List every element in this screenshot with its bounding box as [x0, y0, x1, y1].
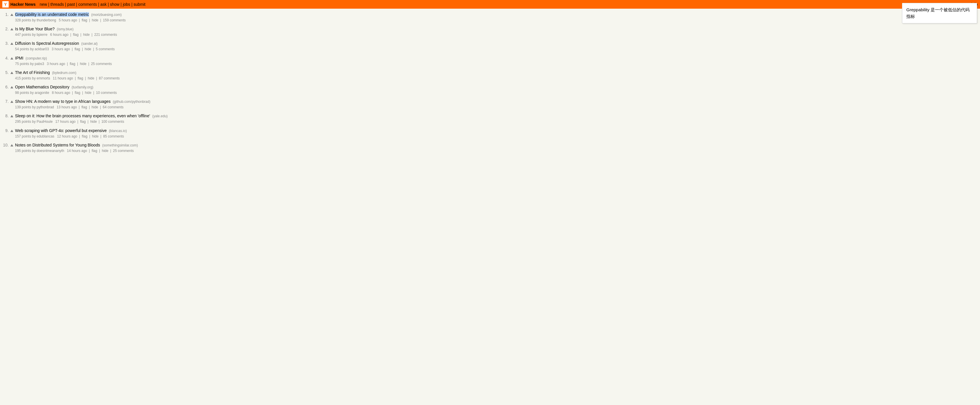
upvote-arrow[interactable]: [10, 130, 13, 132]
story-flag-link[interactable]: flag: [78, 76, 83, 80]
story-title-link[interactable]: Greppability is an underrated code metri…: [15, 12, 89, 17]
upvote-arrow[interactable]: [10, 14, 13, 16]
story-vote[interactable]: [10, 142, 15, 147]
nav-jobs[interactable]: jobs: [123, 2, 130, 6]
story-meta: 415 points by emmorts 11 hours ago | fla…: [15, 76, 980, 83]
story-domain: (bytedrum.com): [52, 71, 76, 75]
story-flag-link[interactable]: flag: [80, 119, 86, 124]
nav-new[interactable]: new: [40, 2, 47, 6]
nav-ask[interactable]: ask: [100, 2, 107, 6]
story-list: 1. Greppability is an underrated code me…: [0, 11, 980, 156]
story-domain: (ismy.blue): [57, 27, 74, 31]
story-flag-link[interactable]: flag: [82, 18, 87, 22]
story-vote[interactable]: [10, 11, 15, 17]
story-hide-link[interactable]: hide: [80, 62, 86, 66]
story-flag-link[interactable]: flag: [73, 33, 79, 37]
story-comments-link[interactable]: 5 comments: [96, 47, 115, 51]
story-vote[interactable]: [10, 84, 15, 89]
story-flag-link[interactable]: flag: [82, 134, 87, 138]
story-comments-link[interactable]: 100 comments: [102, 119, 124, 124]
story-vote[interactable]: [10, 55, 15, 60]
story-vote[interactable]: [10, 128, 15, 133]
story-title-line: Show HN: A modern way to type in African…: [15, 98, 980, 105]
story-vote[interactable]: [10, 26, 15, 31]
story-author-link[interactable]: emmorts: [37, 76, 50, 80]
story-author-link[interactable]: PaulHoule: [37, 119, 52, 124]
story-hide-link[interactable]: hide: [85, 91, 92, 95]
story-number: 4.: [0, 55, 10, 60]
story-title-link[interactable]: Is My Blue Your Blue?: [15, 27, 55, 31]
story-flag-link[interactable]: flag: [75, 91, 80, 95]
story-title-link[interactable]: Diffusion Is Spectral Autoregression: [15, 41, 79, 46]
tooltip-text: Greppability 是一个被低估的代码指标: [906, 7, 970, 19]
upvote-arrow[interactable]: [10, 43, 13, 45]
story-comments-link[interactable]: 85 comments: [103, 134, 124, 138]
story-hide-link[interactable]: hide: [102, 149, 108, 153]
nav-comments[interactable]: comments: [78, 2, 97, 6]
story-hide-link[interactable]: hide: [92, 18, 99, 22]
story-hide-link[interactable]: hide: [92, 105, 98, 109]
story-vote[interactable]: [10, 113, 15, 118]
story-comments-link[interactable]: 64 comments: [103, 105, 124, 109]
story-title-link[interactable]: The Art of Finishing: [15, 70, 50, 75]
story-flag-link[interactable]: flag: [75, 47, 80, 51]
story-author-link[interactable]: pythonbrad: [37, 105, 54, 109]
story-comments-link[interactable]: 25 comments: [91, 62, 112, 66]
upvote-arrow[interactable]: [10, 57, 13, 59]
nav-show[interactable]: show: [110, 2, 119, 6]
nav-past[interactable]: past: [67, 2, 75, 6]
story-hide-link[interactable]: hide: [90, 119, 97, 124]
story-title-link[interactable]: IPMI: [15, 56, 24, 60]
upvote-arrow[interactable]: [10, 115, 13, 117]
story-comments-link[interactable]: 10 comments: [96, 91, 117, 95]
story-vote[interactable]: [10, 98, 15, 104]
nav-threads[interactable]: threads: [51, 2, 64, 6]
upvote-arrow[interactable]: [10, 144, 13, 146]
story-domain: (blancas.io): [109, 129, 127, 133]
story-number: 7.: [0, 98, 10, 104]
story-title-link[interactable]: Notes on Distributed Systems for Young B…: [15, 143, 100, 147]
story-comments-link[interactable]: 87 comments: [99, 76, 119, 80]
story-hide-link[interactable]: hide: [83, 33, 90, 37]
story-title-link[interactable]: Sleep on it: How the brain processes man…: [15, 114, 150, 118]
story-domain: (computer.rip): [25, 56, 47, 60]
story-author-link[interactable]: aragonite: [35, 91, 49, 95]
story-author-link[interactable]: doesntmeananyth: [37, 149, 64, 153]
table-row: 4. IPMI (computer.rip) 75 points by pabs…: [0, 55, 980, 69]
table-row: 8. Sleep on it: How the brain processes …: [0, 112, 980, 127]
story-title-line: IPMI (computer.rip): [15, 55, 980, 61]
story-hide-link[interactable]: hide: [92, 134, 99, 138]
story-title-link[interactable]: Open Mathematics Depository: [15, 85, 69, 89]
story-flag-link[interactable]: flag: [92, 149, 97, 153]
story-comments-link[interactable]: 221 comments: [94, 33, 117, 37]
story-flag-link[interactable]: flag: [70, 62, 75, 66]
upvote-arrow[interactable]: [10, 100, 13, 103]
story-meta: 328 points by thunderbong 5 hours ago | …: [15, 17, 980, 25]
story-author-link[interactable]: pabs3: [35, 62, 44, 66]
story-author-link[interactable]: edublancas: [37, 134, 54, 138]
nav-links: new | threads | past | comments | ask | …: [37, 2, 145, 6]
site-title: Hacker News: [10, 2, 35, 6]
story-flag-link[interactable]: flag: [81, 105, 87, 109]
story-hide-link[interactable]: hide: [88, 76, 94, 80]
upvote-arrow[interactable]: [10, 71, 13, 74]
story-domain: (github.com/pythonbrad): [113, 100, 150, 104]
hn-logo[interactable]: Y: [2, 1, 9, 8]
story-author-link[interactable]: ackbar03: [35, 47, 49, 51]
story-author-link[interactable]: thunderbong: [37, 18, 56, 22]
story-meta: 157 points by edublancas 12 hours ago | …: [15, 134, 980, 141]
upvote-arrow[interactable]: [10, 28, 13, 30]
story-content: Web scraping with GPT-4o: powerful but e…: [15, 128, 980, 141]
story-title-link[interactable]: Show HN: A modern way to type in African…: [15, 99, 111, 104]
story-content: The Art of Finishing (bytedrum.com) 415 …: [15, 70, 980, 83]
story-hide-link[interactable]: hide: [85, 47, 91, 51]
upvote-arrow[interactable]: [10, 86, 13, 88]
story-author-link[interactable]: bpierre: [37, 33, 48, 37]
story-vote[interactable]: [10, 40, 15, 46]
story-comments-link[interactable]: 159 comments: [103, 18, 126, 22]
nav-submit[interactable]: submit: [134, 2, 145, 6]
story-title-link[interactable]: Web scraping with GPT-4o: powerful but e…: [15, 128, 107, 133]
story-vote[interactable]: [10, 70, 15, 75]
story-comments-link[interactable]: 25 comments: [113, 149, 134, 153]
story-content: Sleep on it: How the brain processes man…: [15, 113, 980, 126]
